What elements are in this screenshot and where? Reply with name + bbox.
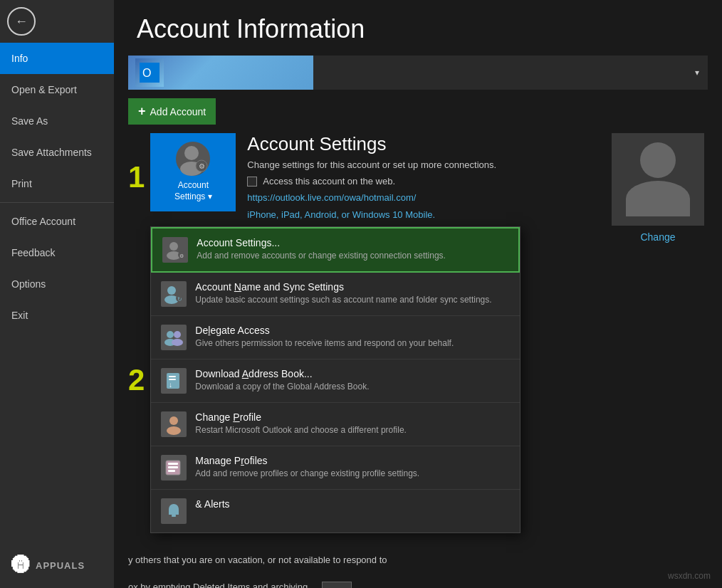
add-account-button[interactable]: + Add Account (128, 98, 216, 125)
account-dropdown[interactable]: ▾ (313, 56, 708, 90)
sidebar-item-save-as[interactable]: Save As (0, 105, 114, 137)
account-settings-menu-desc: Add and remove accounts or change existi… (197, 250, 508, 262)
step-2-row: 2 ⚙ Acco (128, 226, 594, 533)
alerts-text: & Alerts (195, 498, 510, 511)
svg-rect-26 (168, 466, 178, 468)
sidebar-item-options[interactable]: Options (0, 268, 114, 300)
add-account-label: Add Account (150, 106, 206, 117)
svg-text:⚙: ⚙ (179, 253, 184, 258)
menu-item-account-name-sync[interactable]: ↻ Account Name and Sync Settings Update … (151, 273, 520, 316)
back-arrow-icon: ← (7, 7, 36, 36)
svg-rect-19 (169, 376, 176, 377)
delegate-access-desc: Give others permission to receive items … (195, 337, 510, 350)
svg-text:O: O (142, 67, 151, 79)
svg-text:⚙: ⚙ (199, 162, 205, 170)
svg-rect-27 (168, 470, 175, 472)
person-gear-small-icon: ⚙ (164, 239, 186, 261)
settings-info-panel: Account Settings Change settings for thi… (236, 133, 496, 221)
cleanup-row: ox by emptying Deleted Items and archivi… (128, 582, 708, 589)
bell-icon (163, 500, 184, 522)
sidebar-item-info[interactable]: Info (0, 43, 114, 74)
svg-point-14 (167, 331, 174, 338)
page-title: Account Information (114, 0, 722, 56)
cleanup-button[interactable] (322, 582, 352, 588)
download-address-book-icon: ↓ (161, 368, 187, 394)
sidebar-item-feedback[interactable]: Feedback (0, 237, 114, 268)
outlook-link[interactable]: https://outlook.live.com/owa/hotmail.com… (247, 192, 416, 203)
menu-item-delegate-access[interactable]: Delegate Access Give others permission t… (151, 316, 520, 359)
account-tile[interactable]: O (128, 56, 313, 90)
person-gear-icon: ⚙ (176, 142, 210, 176)
svg-point-6 (169, 242, 178, 251)
account-selector-bar: O ▾ (128, 56, 708, 90)
outlook-icon: O (140, 63, 159, 83)
mobile-link[interactable]: iPhone, iPad, Android, or Windows 10 Mob… (247, 209, 435, 220)
step-2-number: 2 (128, 365, 145, 395)
change-profile-desc: Restart Microsoft Outlook and choose a d… (195, 424, 510, 436)
sidebar-item-office-account[interactable]: Office Account (0, 206, 114, 237)
account-name-sync-icon: ↻ (161, 281, 187, 307)
avatar-head (640, 142, 676, 178)
svg-point-23 (167, 426, 181, 435)
sidebar-item-save-attachments[interactable]: Save Attachments (0, 137, 114, 168)
access-checkbox[interactable] (247, 177, 257, 187)
step-1-number: 1 (128, 162, 145, 192)
svg-point-22 (169, 416, 178, 425)
left-section: 1 ⚙ Account Settings ▾ (128, 133, 594, 539)
svg-rect-28 (172, 515, 176, 517)
account-settings-label: Account Settings ▾ (174, 180, 212, 202)
right-section: Change (608, 133, 708, 539)
profile-photo (612, 133, 704, 226)
menu-item-change-profile[interactable]: Change Profile Restart Microsoft Outlook… (151, 403, 520, 446)
sidebar-item-exit[interactable]: Exit (0, 300, 114, 331)
change-profile-link[interactable]: Change (640, 231, 675, 243)
step-1-row: 1 ⚙ Account Settings ▾ (128, 133, 594, 221)
back-button[interactable]: ← (0, 0, 43, 43)
account-name-sync-desc: Update basic account settings such as ac… (195, 294, 510, 306)
vacation-text: y others that you are on vacation, or no… (128, 553, 708, 567)
plus-icon: + (138, 104, 146, 119)
change-profile-title: Change Profile (195, 411, 510, 423)
watermark: wsxdn.com (668, 571, 711, 581)
profile-avatar (626, 142, 690, 216)
change-profile-text: Change Profile Restart Microsoft Outlook… (195, 411, 510, 436)
svg-point-2 (184, 146, 199, 160)
svg-point-16 (174, 331, 181, 338)
settings-title: Account Settings (247, 133, 496, 155)
account-tile-icon: O (135, 58, 164, 87)
vacation-section: y others that you are on vacation, or no… (128, 553, 708, 567)
cleanup-section: ox by emptying Deleted Items and archivi… (128, 582, 708, 589)
manage-profiles-icon (161, 455, 187, 481)
sidebar-item-open-export[interactable]: Open & Export (0, 74, 114, 105)
sidebar-item-print[interactable]: Print (0, 168, 114, 199)
account-settings-menu-icon: ⚙ (162, 237, 188, 263)
alerts-icon (161, 498, 187, 524)
alerts-title: & Alerts (195, 498, 510, 510)
svg-point-17 (172, 339, 183, 346)
menu-item-manage-profiles[interactable]: Manage Profiles Add and remove profiles … (151, 446, 520, 490)
account-settings-button[interactable]: ⚙ Account Settings ▾ (150, 133, 236, 211)
svg-text:↓: ↓ (169, 381, 172, 389)
menu-item-alerts[interactable]: & Alerts (151, 490, 520, 532)
account-settings-menu-text: Account Settings... Add and remove accou… (197, 237, 508, 262)
account-name-sync-text: Account Name and Sync Settings Update ba… (195, 281, 510, 306)
avatar-body (626, 181, 690, 216)
account-settings-menu-title: Account Settings... (197, 237, 508, 248)
manage-profiles-title: Manage Profiles (195, 455, 510, 466)
book-download-icon: ↓ (163, 370, 184, 392)
profile-change-icon (163, 414, 184, 435)
svg-text:↻: ↻ (177, 296, 182, 303)
profiles-icon (163, 457, 184, 478)
cleanup-text: ox by emptying Deleted Items and archivi… (128, 582, 310, 589)
bottom-info: y others that you are on vacation, or no… (114, 539, 722, 588)
access-label: Access this account on the web. (263, 176, 395, 187)
delegate-access-title: Delegate Access (195, 325, 510, 336)
dropdown-menu: ⚙ Account Settings... Add and remove acc… (150, 226, 520, 533)
menu-item-download-address-book[interactable]: ↓ Download Address Book... Download a co… (151, 359, 520, 403)
manage-profiles-text: Manage Profiles Add and remove profiles … (195, 455, 510, 480)
manage-profiles-desc: Add and remove profiles or change existi… (195, 468, 510, 480)
svg-point-10 (167, 286, 176, 295)
delegate-access-text: Delegate Access Give others permission t… (195, 325, 510, 350)
app-logo: 🅐 APPUALS (0, 543, 114, 588)
menu-item-account-settings[interactable]: ⚙ Account Settings... Add and remove acc… (151, 227, 520, 273)
